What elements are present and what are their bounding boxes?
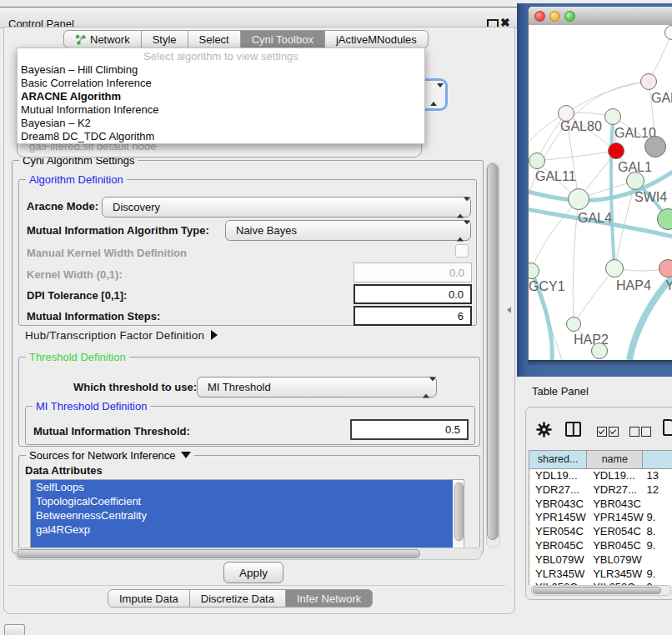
scrollbar-thumb[interactable]	[487, 163, 499, 540]
zoom-traffic-light[interactable]	[564, 11, 575, 22]
mi-steps-input[interactable]: 6	[354, 306, 472, 326]
algorithm-option-bayesian-k2[interactable]: Bayesian – K2	[18, 117, 424, 130]
kernel-width-input[interactable]: 0.0	[354, 262, 472, 282]
network-node-y[interactable]	[659, 259, 672, 278]
list-item[interactable]	[31, 537, 453, 548]
table-row[interactable]: YBL079WYBL079W	[529, 553, 672, 568]
table-cell	[644, 553, 672, 568]
algorithm-option-dream8-dc-tdc-algorithm[interactable]: Dream8 DC_TDC Algorithm	[18, 130, 424, 143]
aracne-mode-value: Discovery	[113, 201, 160, 213]
network-node[interactable]	[591, 342, 608, 359]
apply-button[interactable]: Apply	[223, 562, 283, 583]
node-table[interactable]: shared...name YDL19...YDL19...13YDR27...…	[529, 450, 672, 585]
network-node-gal10[interactable]	[604, 108, 621, 125]
mi-threshold-label: Mutual Information Threshold:	[33, 425, 190, 438]
table-row[interactable]: YDR27...YDR27...12	[529, 483, 672, 498]
network-node-gal4[interactable]	[568, 188, 589, 210]
scrollbar-thumb[interactable]	[17, 549, 420, 558]
table-row[interactable]: YLR345WYLR345W9.	[529, 568, 672, 582]
tab-discretize-data[interactable]: Discretize Data	[190, 589, 286, 608]
algorithm-combobox-fragment[interactable]	[425, 78, 448, 111]
attributes-scrollbar[interactable]	[454, 482, 463, 545]
attribute-item-betweennesscentrality[interactable]: BetweennessCentrality	[31, 508, 453, 522]
tab-select[interactable]: Select	[188, 30, 241, 48]
table-row[interactable]: YBR045CYBR045C9.	[529, 539, 672, 553]
checked-checkbox-icon[interactable]	[597, 427, 607, 437]
mi-type-label: Mutual Information Algorithm Type:	[27, 224, 209, 237]
network-node-gal11[interactable]	[529, 152, 545, 169]
network-node-hap4[interactable]	[605, 259, 624, 278]
table-cell: YPR145W	[529, 511, 587, 525]
tab-label: Discretize Data	[201, 592, 274, 605]
tab-network[interactable]: Network	[63, 30, 142, 48]
table-cell: 9.	[644, 539, 672, 553]
manual-kernel-checkbox[interactable]	[455, 244, 469, 258]
algorithm-dropdown-list: Bayesian – Hill ClimbingBasic Correlatio…	[18, 63, 424, 143]
table-cell: 8.	[644, 525, 672, 539]
algorithm-option-aracne-algorithm[interactable]: ARACNE Algorithm	[18, 90, 424, 103]
table-cell: 12	[644, 483, 672, 498]
scrollbar-thumb[interactable]	[454, 482, 464, 541]
gear-icon[interactable]	[536, 422, 552, 441]
network-node-gal1[interactable]	[608, 142, 624, 159]
document-icon[interactable]	[663, 419, 672, 436]
attribute-item-gal4rgexp[interactable]: gal4RGexp	[31, 522, 453, 537]
stepper-arrows-icon	[430, 88, 437, 102]
column-browser-icon[interactable]	[565, 422, 581, 437]
splitter-collapse-icon[interactable]	[507, 307, 511, 313]
table-cell: YBL079W	[587, 553, 643, 568]
algorithm-option-mutual-information-inference[interactable]: Mutual Information Inference	[18, 103, 424, 117]
tab-jactivemnodules[interactable]: jActiveMNodules	[325, 30, 429, 48]
tab-style[interactable]: Style	[142, 30, 188, 48]
tab-cyni-toolbox[interactable]: Cyni Toolbox	[241, 30, 325, 48]
scrollbar-thumb[interactable]	[533, 587, 661, 594]
column-header-clipped[interactable]	[643, 451, 672, 468]
table-cell: YPR145W	[587, 511, 643, 525]
network-node[interactable]	[644, 136, 666, 158]
data-attributes-label: Data Attributes	[25, 464, 103, 477]
table-row[interactable]: YDL19...YDL19...13	[529, 469, 672, 483]
network-node-hap2[interactable]	[566, 317, 581, 332]
table-cell: YBR043C	[529, 498, 587, 512]
which-threshold-combobox[interactable]: MI Threshold	[197, 377, 437, 398]
algorithm-dropdown-popup: Select algorithm to view settings Bayesi…	[17, 48, 425, 144]
dpi-tolerance-label: DPI Tolerance [0,1]:	[27, 289, 127, 302]
network-node-swi4[interactable]	[626, 172, 644, 190]
close-traffic-light[interactable]	[534, 11, 545, 22]
cyni-mode-tab-bar: Impute DataDiscretize DataInfer Network	[108, 589, 373, 608]
minimized-panel-tab[interactable]	[4, 624, 25, 635]
unchecked-checkbox-icon[interactable]	[641, 427, 651, 437]
attribute-item-topologicalcoefficient[interactable]: TopologicalCoefficient	[31, 494, 453, 508]
tab-impute-data[interactable]: Impute Data	[108, 589, 190, 608]
expander-expanded-icon[interactable]	[181, 452, 191, 458]
tab-infer-network[interactable]: Infer Network	[286, 589, 373, 608]
table-row[interactable]: YBR043CYBR043C	[529, 498, 672, 512]
algorithm-option-bayesian-hill-climbing[interactable]: Bayesian – Hill Climbing	[18, 63, 424, 77]
aracne-mode-combobox[interactable]: Discovery	[102, 197, 471, 218]
network-window-titlebar[interactable]	[529, 7, 672, 26]
column-header-name[interactable]: name	[587, 451, 643, 468]
stepper-arrows-icon	[423, 381, 429, 393]
table-cell: YDR27...	[587, 483, 643, 498]
minimize-traffic-light[interactable]	[549, 11, 560, 22]
dpi-tolerance-input[interactable]: 0.0	[354, 284, 472, 304]
algorithm-option-basic-correlation-inference[interactable]: Basic Correlation Inference	[18, 77, 424, 90]
column-header-shared[interactable]: shared...	[529, 451, 587, 468]
network-node-gal[interactable]	[640, 73, 657, 90]
mi-threshold-input[interactable]: 0.5	[350, 419, 469, 440]
sources-legend[interactable]: Sources for Network Inference	[26, 449, 194, 462]
stepper-arrows-icon	[457, 201, 464, 213]
node-label-y: Y	[665, 278, 672, 293]
checked-checkbox-icon[interactable]	[609, 427, 619, 437]
manual-kernel-label: Manual Kernel Width Definition	[27, 247, 187, 259]
data-attributes-list[interactable]: SelfLoopsTopologicalCoefficientBetweenne…	[30, 479, 464, 548]
network-icon	[75, 33, 86, 45]
hub-definition-expander[interactable]: Hub/Transcription Factor Definition	[25, 329, 218, 342]
unchecked-checkbox-icon[interactable]	[629, 427, 639, 437]
table-row[interactable]: YER054CYER054C8.	[529, 525, 672, 539]
expander-collapsed-icon[interactable]	[211, 330, 218, 340]
table-row[interactable]: YPR145WYPR145W9.	[529, 511, 672, 525]
network-canvas[interactable]: GALGAL80GAL10GAL1GAL11SWI4GAL4GCY1HAP4YH…	[529, 25, 672, 360]
mi-type-combobox[interactable]: Naive Bayes	[225, 220, 471, 241]
attribute-item-selfloops[interactable]: SelfLoops	[31, 480, 453, 494]
